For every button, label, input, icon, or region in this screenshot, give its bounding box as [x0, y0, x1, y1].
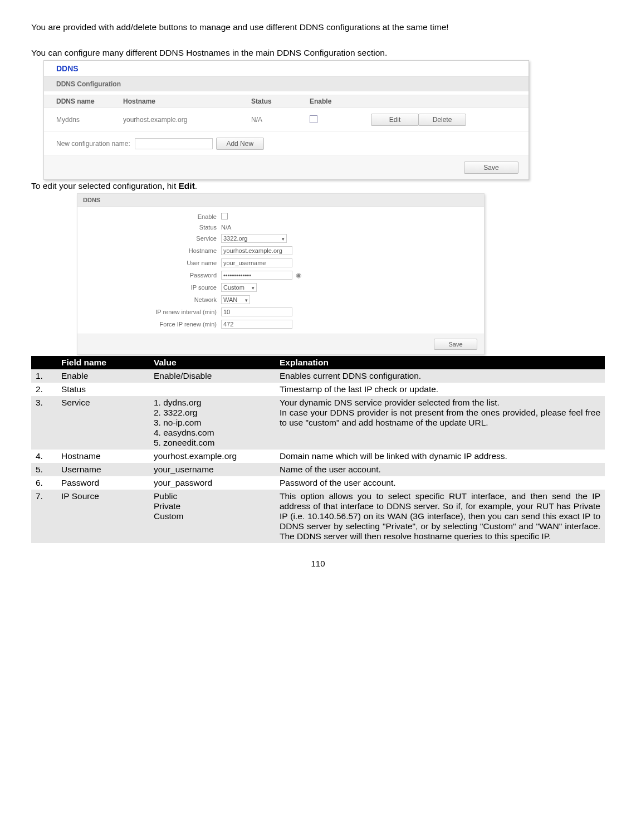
cell-field: Status	[57, 383, 149, 396]
intro-text-2: You can configure many different DDNS Ho…	[31, 48, 605, 58]
cell-value: Public Private Custom	[149, 490, 275, 543]
username-input[interactable]	[221, 258, 292, 267]
table-row: 3.Service1. dydns.org 2. 3322.org 3. no-…	[31, 396, 605, 450]
cell-explanation: Timestamp of the last IP check or update…	[275, 383, 605, 396]
ddns-edit-screenshot: DDNS Enable Status N/A Service 3322.org …	[77, 193, 485, 355]
edit-button[interactable]: Edit	[371, 114, 419, 126]
cell-value: your_password	[149, 476, 275, 490]
cell-value	[149, 383, 275, 396]
cell-explanation: Domain name which will be linked with dy…	[275, 450, 605, 463]
cell-status: N/A	[251, 116, 310, 124]
label-hostname: Hostname	[77, 247, 221, 254]
label-username: User name	[77, 260, 221, 266]
service-select[interactable]: 3322.org	[221, 234, 287, 243]
save-button-2[interactable]: Save	[434, 339, 477, 350]
ddns-section-header: DDNS Configuration	[44, 76, 529, 91]
network-select[interactable]: WAN	[221, 295, 250, 304]
cell-field: Username	[57, 463, 149, 476]
cell-explanation: Password of the user account.	[275, 476, 605, 490]
new-config-input[interactable]	[135, 138, 213, 149]
password-input[interactable]	[221, 271, 292, 280]
chevron-down-icon	[245, 296, 248, 303]
cell-enable	[310, 115, 371, 125]
explanation-table: Field name Value Explanation 1.EnableEna…	[31, 356, 605, 543]
hostname-input[interactable]	[221, 246, 292, 255]
cell-value: your_username	[149, 463, 275, 476]
save-button[interactable]: Save	[464, 162, 518, 174]
col-enable: Enable	[310, 97, 371, 105]
col-ddns-name: DDNS name	[56, 97, 123, 105]
chevron-down-icon	[282, 235, 285, 242]
ddns-title: DDNS	[44, 61, 529, 76]
cell-num: 4.	[31, 450, 57, 463]
label-service: Service	[77, 235, 221, 242]
label-iprenew: IP renew interval (min)	[77, 309, 221, 315]
label-password: Password	[77, 272, 221, 279]
cell-field: Password	[57, 476, 149, 490]
header-num	[31, 356, 57, 369]
table-row: 7.IP SourcePublic Private CustomThis opt…	[31, 490, 605, 543]
label-network: Network	[77, 296, 221, 303]
col-hostname: Hostname	[123, 97, 251, 105]
value-status: N/A	[221, 224, 231, 231]
cell-field: Service	[57, 396, 149, 450]
cell-hostname: yourhost.example.org	[123, 116, 251, 124]
add-new-button[interactable]: Add New	[216, 138, 264, 150]
cell-field: Enable	[57, 369, 149, 383]
intro-text-1: You are provided with add/delete buttons…	[31, 22, 605, 32]
cell-num: 7.	[31, 490, 57, 543]
table-row: 6.Passwordyour_passwordPassword of the u…	[31, 476, 605, 490]
label-ipsource: IP source	[77, 284, 221, 291]
table-row: 5.Usernameyour_usernameName of the user …	[31, 463, 605, 476]
enable-checkbox[interactable]	[310, 115, 317, 123]
table-header-row: Field name Value Explanation	[31, 356, 605, 369]
label-forceip: Force IP renew (min)	[77, 321, 221, 328]
forceip-input[interactable]	[221, 320, 292, 329]
cell-num: 2.	[31, 383, 57, 396]
ddns-table-header: DDNS name Hostname Status Enable	[44, 95, 529, 108]
header-field: Field name	[57, 356, 149, 369]
page-number: 110	[31, 559, 605, 568]
header-expl: Explanation	[275, 356, 605, 369]
cell-ddns-name: Myddns	[56, 116, 123, 124]
cell-explanation: This option allows you to select specifi…	[275, 490, 605, 543]
cell-num: 1.	[31, 369, 57, 383]
label-enable: Enable	[77, 213, 221, 220]
ddns-table-row: Myddns yourhost.example.org N/A EditDele…	[44, 108, 529, 132]
table-row: 2.StatusTimestamp of the last IP check o…	[31, 383, 605, 396]
table-row: 4.Hostnameyourhost.example.orgDomain nam…	[31, 450, 605, 463]
cell-field: IP Source	[57, 490, 149, 543]
col-status: Status	[251, 97, 310, 105]
label-status: Status	[77, 224, 221, 231]
ddns-edit-title: DDNS	[77, 194, 484, 207]
cell-explanation: Enables current DDNS configuration.	[275, 369, 605, 383]
iprenew-input[interactable]	[221, 307, 292, 316]
cell-field: Hostname	[57, 450, 149, 463]
ddns-config-screenshot: DDNS DDNS Configuration DDNS name Hostna…	[43, 60, 529, 180]
cell-value: 1. dydns.org 2. 3322.org 3. no-ip.com 4.…	[149, 396, 275, 450]
cell-num: 5.	[31, 463, 57, 476]
delete-button[interactable]: Delete	[418, 114, 466, 126]
header-value: Value	[149, 356, 275, 369]
cell-explanation: Name of the user account.	[275, 463, 605, 476]
cell-num: 3.	[31, 396, 57, 450]
table-row: 1.EnableEnable/DisableEnables current DD…	[31, 369, 605, 383]
eye-icon[interactable]: ◉	[296, 271, 301, 279]
cell-value: yourhost.example.org	[149, 450, 275, 463]
chevron-down-icon	[252, 284, 255, 291]
ipsource-select[interactable]: Custom	[221, 283, 257, 292]
cell-num: 6.	[31, 476, 57, 490]
cell-explanation: Your dynamic DNS service provider select…	[275, 396, 605, 450]
cell-value: Enable/Disable	[149, 369, 275, 383]
edit-instruction: To edit your selected configuration, hit…	[31, 181, 605, 191]
new-config-row: New configuration name: Add New	[44, 132, 529, 156]
enable-checkbox-2[interactable]	[221, 213, 228, 219]
new-config-label: New configuration name:	[56, 140, 130, 148]
